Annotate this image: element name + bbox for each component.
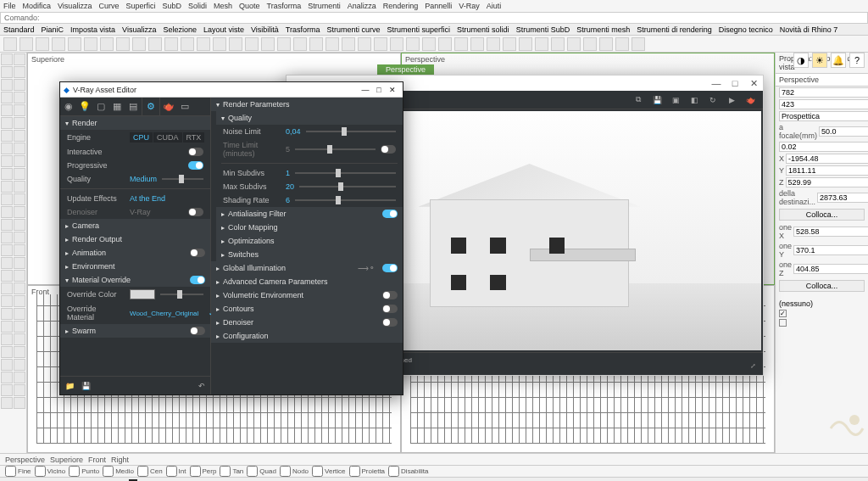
side-tool[interactable] (1, 66, 13, 78)
dest-field[interactable] (817, 193, 868, 203)
side-tool[interactable] (14, 53, 25, 65)
side-tool[interactable] (1, 232, 13, 243)
vfb-save-icon[interactable]: 💾 (651, 94, 663, 106)
vfb-copy-icon[interactable]: ⧉ (632, 94, 644, 106)
toolbar-icon[interactable] (422, 37, 436, 51)
toolbar-icon[interactable] (100, 37, 114, 51)
tooltab[interactable]: Strumenti SubD (516, 25, 570, 34)
side-tool[interactable] (1, 206, 13, 218)
time-toggle[interactable] (381, 145, 396, 154)
tooltab[interactable]: Selezione (163, 25, 197, 34)
side-tool[interactable] (1, 79, 13, 91)
menu-aiuti[interactable]: Aiuti (487, 2, 502, 10)
side-tool[interactable] (14, 130, 25, 142)
side-tool[interactable] (14, 295, 25, 307)
side-tool[interactable] (1, 270, 13, 282)
menu-superfici[interactable]: Superfici (125, 2, 155, 10)
osnap-medio[interactable] (103, 466, 114, 477)
cam-x-field[interactable] (786, 154, 868, 164)
toolbar-icon[interactable] (567, 37, 581, 51)
toolbar-icon[interactable] (390, 37, 403, 51)
toolbar-icon[interactable] (116, 37, 130, 51)
toolbar-icon[interactable] (519, 37, 532, 51)
vp-tab[interactable]: Right (111, 456, 129, 464)
tooltab[interactable]: Standard (3, 25, 35, 34)
side-tool[interactable] (14, 244, 25, 256)
override-color-swatch[interactable] (130, 289, 155, 299)
side-tool[interactable] (1, 384, 13, 396)
interactive-toggle[interactable] (188, 148, 203, 156)
side-tool[interactable] (14, 308, 25, 320)
tooltab[interactable]: PianiC (42, 25, 64, 34)
side-tool[interactable] (14, 270, 25, 282)
menu-rendering[interactable]: Rendering (383, 2, 419, 10)
update-effects-value[interactable]: At the End (130, 194, 165, 203)
side-tool[interactable] (14, 321, 25, 333)
side-tool[interactable] (14, 155, 25, 167)
osnap-disabilita[interactable] (388, 466, 399, 477)
toolbar-icon[interactable] (164, 37, 178, 51)
contours-header[interactable]: Contours (211, 302, 403, 316)
vfb-expand-icon[interactable]: ⤢ (750, 362, 756, 370)
menu-curve[interactable]: Curve (98, 2, 119, 10)
menu-solidi[interactable]: Solidi (188, 2, 207, 10)
override-material-value[interactable]: Wood_Cherry_Original (130, 310, 198, 317)
optimizations-header[interactable]: Optimizations (216, 234, 403, 248)
vray-close-button[interactable]: ✕ (386, 86, 399, 94)
toolbar-icon[interactable] (36, 37, 49, 51)
toolbar-icon[interactable] (245, 37, 259, 51)
shading-rate-value[interactable]: 6 (286, 196, 290, 204)
px-field[interactable] (793, 227, 868, 237)
denoiser-right-toggle[interactable] (382, 318, 398, 327)
toolbar-icon[interactable] (583, 37, 597, 51)
gi-link-icon[interactable]: ⟶⚬ (358, 264, 376, 272)
quality-subheader[interactable]: Quality (216, 111, 403, 125)
toolbar-icon[interactable] (406, 37, 420, 51)
side-tool[interactable] (14, 346, 25, 358)
adv-camera-header[interactable]: Advanced Camera Parameters (211, 275, 403, 288)
tooltab[interactable]: Strumenti solidi (457, 25, 509, 34)
menu-analizza[interactable]: Analizza (348, 2, 376, 10)
side-tool[interactable] (1, 295, 13, 307)
contours-toggle[interactable] (382, 305, 398, 313)
side-tool[interactable] (1, 359, 13, 371)
menu-modifica[interactable]: Modifica (23, 2, 52, 10)
osnap-vicino[interactable] (35, 466, 46, 477)
osnap-perp[interactable] (190, 466, 201, 477)
side-tool[interactable] (14, 372, 25, 383)
vol-env-toggle[interactable] (382, 291, 398, 299)
geometry-icon[interactable]: ▢ (95, 101, 107, 113)
menu-v-ray[interactable]: V-Ray (459, 2, 480, 10)
vp-width-field[interactable] (779, 87, 868, 98)
vray-minimize-button[interactable]: — (359, 86, 372, 94)
configuration-header[interactable]: Configuration (211, 329, 403, 343)
toolbar-icon[interactable] (213, 37, 226, 51)
folder-icon[interactable]: 📁 (65, 382, 75, 390)
bell-icon[interactable]: 🔔 (831, 53, 846, 68)
place-button-1[interactable]: Colloca... (779, 209, 865, 221)
vp-tab[interactable]: Perspective (5, 456, 45, 464)
toolbar-icon[interactable] (3, 37, 17, 51)
environment-header[interactable]: Environment (60, 260, 210, 273)
side-tool[interactable] (1, 104, 13, 116)
projection-field[interactable] (779, 111, 868, 121)
vp-height-field[interactable] (779, 99, 868, 109)
help-icon[interactable]: ? (849, 53, 865, 68)
side-tool[interactable] (14, 397, 25, 409)
min-slider[interactable] (295, 172, 396, 174)
engine-option-cuda[interactable]: CUDA (153, 132, 182, 143)
menu-visualizza[interactable]: Visualizza (58, 2, 92, 10)
toolbar-icon[interactable] (197, 37, 210, 51)
vray-maximize-button[interactable]: □ (372, 86, 386, 94)
vol-env-header[interactable]: Volumetric Environment (211, 288, 403, 302)
gi-header[interactable]: Global Illumination⟶⚬ (211, 261, 403, 275)
min-subdivs-value[interactable]: 1 (286, 169, 290, 177)
side-tool[interactable] (1, 181, 13, 193)
camera-header[interactable]: Camera (60, 219, 210, 232)
osnap-proietta[interactable] (349, 466, 360, 477)
undo-icon[interactable]: ↶ (198, 382, 205, 390)
noise-slider[interactable] (306, 131, 396, 132)
toolbar-icon[interactable] (454, 37, 468, 51)
toolbar-icon[interactable] (470, 37, 484, 51)
cam-y-field[interactable] (786, 165, 868, 176)
